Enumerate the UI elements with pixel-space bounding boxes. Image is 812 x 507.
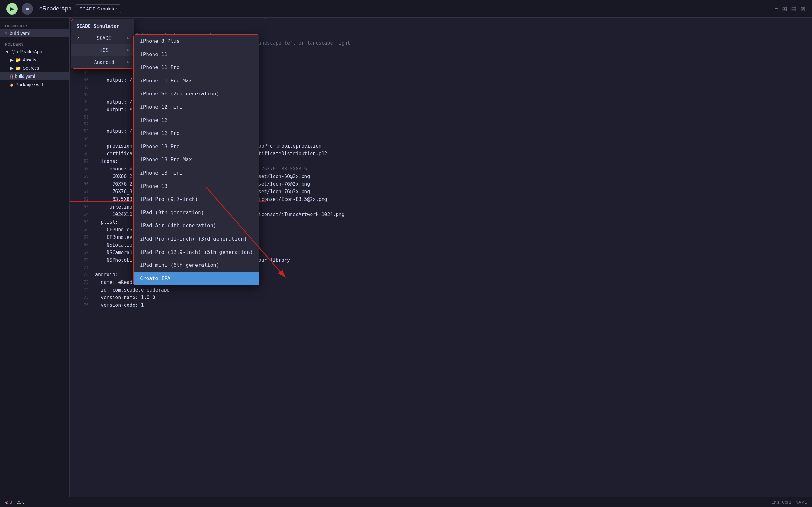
status-bar: ⊗ 0 ⚠ 0 Ln 1, Col 1 YAML xyxy=(0,497,812,507)
ios-device-ipadair4[interactable]: iPad Air (4th generation) xyxy=(134,219,259,232)
sidebar: OPEN FILES × build.yaml FOLDERS ▼ ⬡ eRea… xyxy=(0,18,70,507)
folder-collapsed-icon: ▶ xyxy=(10,66,14,71)
toolbar: ▶ ■ eReaderApp SCADE Simulator + ⊞ ⊟ ⊠ xyxy=(0,0,812,18)
code-editor[interactable]: ... 40 platform: # iphone, ipad or unive… xyxy=(70,18,812,507)
create-ipa-button[interactable]: Create IPA xyxy=(134,272,259,285)
open-file-build-yaml[interactable]: × build.yaml xyxy=(0,29,69,38)
ios-device-iphonese2[interactable]: iPhone SE (2nd generation) xyxy=(134,87,259,101)
folders-title: FOLDERS xyxy=(0,40,69,48)
close-icon[interactable]: × xyxy=(5,31,7,36)
code-line: 76 version-code: 1 xyxy=(70,301,812,309)
arrow-icon: ▶ xyxy=(127,59,129,65)
check-icon: ✓ xyxy=(77,35,79,42)
warning-count: ⚠ 0 xyxy=(17,500,24,504)
error-icon: ⊗ xyxy=(5,500,9,504)
ios-device-ipad9[interactable]: iPad (9th generation) xyxy=(134,206,259,219)
scade-simulator-dropdown[interactable]: SCADE Simulator ✓ SCADE ▶ iOS ▶ Android … xyxy=(71,19,135,69)
ios-device-ipadpro11-3[interactable]: iPad Pro (11-inch) (3rd generation) xyxy=(134,232,259,245)
app-title: eReaderApp xyxy=(39,5,71,12)
menu-item-label: iOS xyxy=(100,47,108,54)
ios-device-iphone12pro[interactable]: iPhone 12 Pro xyxy=(134,127,259,140)
build-yaml-name: build.yaml xyxy=(15,74,35,79)
menu-item-ios[interactable]: iOS ▶ xyxy=(71,44,134,56)
error-count: ⊗ 0 xyxy=(5,500,12,504)
yaml-file-icon: {} xyxy=(10,74,13,79)
main-layout: OPEN FILES × build.yaml FOLDERS ▼ ⬡ eRea… xyxy=(0,18,812,507)
folder-icon: 📁 xyxy=(15,57,21,62)
ios-device-iphone13pro[interactable]: iPhone 13 Pro xyxy=(134,140,259,153)
sidebar-assets-folder[interactable]: ▶ 📁 Assets xyxy=(0,56,69,64)
ios-device-iphone11promax[interactable]: iPhone 11 Pro Max xyxy=(134,74,259,88)
scade-simulator-menu-button[interactable]: SCADE Simulator xyxy=(75,4,121,13)
ios-device-iphone13[interactable]: iPhone 13 xyxy=(134,180,259,193)
code-line: ... xyxy=(70,24,812,32)
code-line: 75 version-name: 1.0.0 xyxy=(70,294,812,301)
ios-device-ipadmini6[interactable]: iPad mini (6th generation) xyxy=(134,259,259,272)
ios-device-iphone13promax[interactable]: iPhone 13 Pro Max xyxy=(134,153,259,166)
status-right: Ln 1, Col 1 YAML xyxy=(771,500,807,504)
play-button[interactable]: ▶ xyxy=(6,3,18,14)
folder-icon: ⬡ xyxy=(11,49,15,54)
folder-expand-icon: ▼ xyxy=(5,49,9,54)
ios-device-iphone13mini[interactable]: iPhone 13 mini xyxy=(134,166,259,180)
menu-title: SCADE Simulator xyxy=(71,19,134,32)
open-file-name: build.yaml xyxy=(10,31,30,36)
toolbar-right: + ⊞ ⊟ ⊠ xyxy=(774,5,806,13)
folder-collapsed-icon: ▶ xyxy=(10,57,14,62)
menu-item-label: SCADE xyxy=(97,35,111,42)
folders-section: FOLDERS ▼ ⬡ eReaderApp ▶ 📁 Assets ▶ 📁 So… xyxy=(0,40,69,89)
sources-folder-name: Sources xyxy=(23,66,39,71)
root-folder-name: eReaderApp xyxy=(17,49,42,54)
layout-split-button[interactable]: ⊞ xyxy=(782,5,787,13)
open-files-title: OPEN FILES xyxy=(0,21,69,29)
ios-device-ipadpro97[interactable]: iPad Pro (9.7-inch) xyxy=(134,193,259,206)
swift-file-icon: ◆ xyxy=(10,82,14,87)
sidebar-root-folder[interactable]: ▼ ⬡ eReaderApp xyxy=(0,48,69,56)
menu-item-android[interactable]: Android ▶ xyxy=(71,56,134,68)
language-indicator: YAML xyxy=(796,500,807,504)
sidebar-package-swift[interactable]: ◆ Package.swift xyxy=(0,80,69,89)
arrow-icon: ▶ xyxy=(127,47,129,53)
ios-submenu[interactable]: iPhone 8 Plus iPhone 11 iPhone 11 Pro iP… xyxy=(133,34,259,285)
assets-folder-name: Assets xyxy=(23,57,36,62)
menu-item-scade[interactable]: ✓ SCADE ▶ xyxy=(71,32,134,44)
arrow-icon: ▶ xyxy=(127,35,129,41)
cursor-position: Ln 1, Col 1 xyxy=(771,500,792,504)
ios-device-iphone11pro[interactable]: iPhone 11 Pro xyxy=(134,61,259,74)
folder-icon: 📁 xyxy=(15,66,21,71)
package-swift-name: Package.swift xyxy=(15,82,43,87)
layout-grid-button[interactable]: ⊠ xyxy=(800,5,806,13)
add-button[interactable]: + xyxy=(774,5,778,12)
sidebar-sources-folder[interactable]: ▶ 📁 Sources xyxy=(0,64,69,72)
stop-button[interactable]: ■ xyxy=(21,3,33,14)
ios-device-ipadpro129-5[interactable]: iPad Pro (12.9-inch) (5th generation) xyxy=(134,245,259,259)
layout-single-button[interactable]: ⊟ xyxy=(791,5,797,13)
ios-device-iphone11[interactable]: iPhone 11 xyxy=(134,48,259,61)
warning-icon: ⚠ xyxy=(17,500,21,504)
code-line: 74 id: com.scade.ereaderapp xyxy=(70,286,812,294)
sidebar-build-yaml[interactable]: {} build.yaml xyxy=(0,72,69,80)
menu-item-label: Android xyxy=(94,59,114,66)
ios-device-iphone8plus[interactable]: iPhone 8 Plus xyxy=(134,35,259,48)
ios-device-iphone12mini[interactable]: iPhone 12 mini xyxy=(134,101,259,114)
ios-device-iphone12[interactable]: iPhone 12 xyxy=(134,114,259,127)
